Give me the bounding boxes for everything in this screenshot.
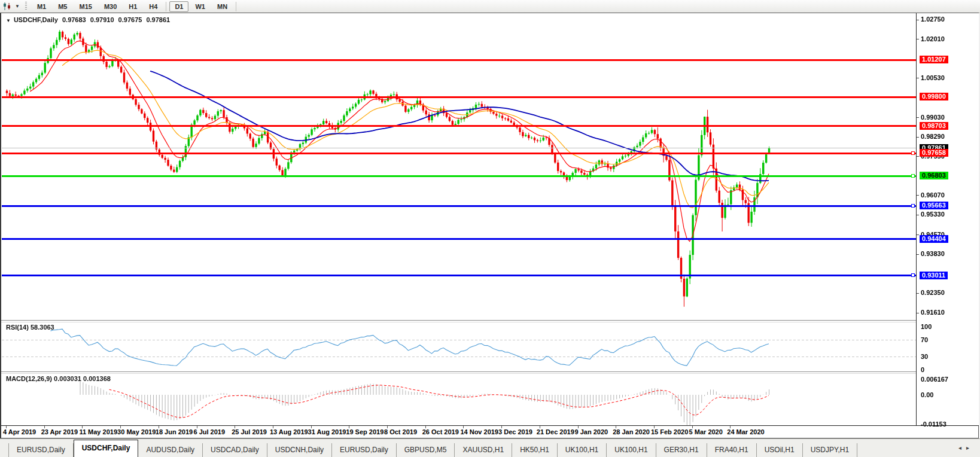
chart-tab-ger30-h1[interactable]: GER30,H1 [656,443,707,457]
price-tick: 1.00530 [917,74,945,81]
price-badge-text: 1.01207 [922,56,946,63]
macd-name: MACD(12,26,9) [6,375,52,382]
level-drag-handle[interactable] [911,204,915,208]
price-tick-text: 0.92350 [921,289,945,296]
price-axis[interactable]: 1.027501.020101.005300.990300.982900.975… [917,13,979,425]
rsi-scale-label: 0 [921,366,924,373]
timeframe-button-w1[interactable]: W1 [190,1,211,12]
price-badge-text: 0.97658 [922,149,946,156]
level-drag-handle[interactable] [911,151,915,155]
chart-tab-usdchf-daily[interactable]: USDCHF,Daily [74,440,139,457]
tick-dash [917,234,919,235]
tab-scroll-arrows[interactable]: ◂▸ [958,444,974,451]
price-tick: 0.91610 [917,309,945,316]
timeframe-button-m5[interactable]: M5 [53,1,72,12]
timeframe-button-m15[interactable]: M15 [74,1,97,12]
price-badge-text: 0.93011 [922,272,945,279]
timeframe-button-d1[interactable]: D1 [169,1,188,12]
chart-tab-usoil-h1[interactable]: USOil,H1 [757,443,803,457]
timeframe-toolbar: ▼ M1 M5 M15 M30 H1 H4 D1 W1 MN [0,0,980,13]
tab-scroll-right-icon[interactable]: ▸ [966,444,974,451]
macd-label: MACD(12,26,9) 0.003031 0.001368 [6,375,111,382]
rsi-scale-label: 70 [921,336,928,343]
date-label: 8 Oct 2019 [384,428,417,435]
date-label: 11 May 2019 [79,428,117,435]
timeframe-button-mn[interactable]: MN [212,1,233,12]
date-label: 13 Aug 2019 [270,428,308,435]
chart-tab-eurusd-daily[interactable]: EURUSD,Daily [332,443,397,457]
date-label: 28 Jan 2020 [613,428,650,435]
date-label: 23 Apr 2019 [41,428,78,435]
rsi-value: 58.3063 [31,324,54,331]
tick-dash [917,39,919,39]
macd-signal-value: 0.001368 [83,375,111,382]
price-badge: 0.99800 [920,93,948,100]
date-label: 6 Jul 2019 [194,428,226,435]
date-label: 30 May 2019 [117,428,156,435]
chart-dropdown-icon[interactable]: ▼ [6,18,11,23]
ohlc-close: 0.97861 [146,16,170,23]
chart-tab-uk100-h1[interactable]: UK100,H1 [558,443,607,457]
price-tick-text: 1.00530 [921,74,945,81]
chart-tab-uk100-h1[interactable]: UK100,H1 [607,443,656,457]
price-tick-text: 0.95330 [921,211,945,218]
rsi-scale-label-text: 70 [921,336,928,343]
tick-dash [917,137,919,138]
price-tick: 1.02010 [917,35,945,42]
ohlc-open: 0.97683 [62,16,86,23]
rsi-indicator-canvas[interactable] [2,322,916,372]
ohlc-high: 0.97910 [90,16,114,23]
chart-title: ▼USDCHF,Daily 0.97683 0.97910 0.97675 0.… [6,16,172,23]
price-tick-text: 0.96070 [921,191,945,199]
pane-separator[interactable] [1,371,916,374]
ohlc-low: 0.97675 [118,16,142,23]
date-label: 24 Mar 2020 [727,428,764,435]
tick-dash [917,313,919,313]
chart-tab-fra40-h1[interactable]: FRA40,H1 [707,443,757,457]
chart-tab-usdcnh-daily[interactable]: USDCNH,Daily [267,443,332,457]
pane-separator[interactable] [1,320,916,322]
timeframe-button-m1[interactable]: M1 [32,1,51,12]
macd-indicator-canvas[interactable] [2,373,916,426]
chart-window: ▼USDCHF,Daily 0.97683 0.97910 0.97675 0.… [0,13,979,438]
price-tick-text: 0.91610 [921,309,945,316]
trading-terminal: ▼ M1 M5 M15 M30 H1 H4 D1 W1 MN ▼USDCHF,D… [0,0,980,457]
tick-dash [917,254,919,255]
level-drag-handle[interactable] [911,273,915,277]
level-drag-handle[interactable] [911,174,915,178]
price-tick: 0.99030 [917,114,945,121]
chart-tab-xauusd-h1[interactable]: XAUUSD,H1 [455,443,512,457]
toolbar-divider [236,2,236,11]
price-tick: 0.93830 [917,250,945,257]
date-label: 21 Dec 2019 [537,428,574,435]
timeframe-button-h1[interactable]: H1 [123,1,142,12]
date-label: 25 Jul 2019 [232,428,267,435]
macd-scale-label: 0.006167 [921,376,948,383]
chart-tab-hk50-h1[interactable]: HK50,H1 [512,443,558,457]
timeframe-button-m30[interactable]: M30 [99,1,122,12]
chart-tab-gbpusd-m5[interactable]: GBPUSD,M5 [397,443,455,457]
tick-dash [917,293,919,294]
price-chart-canvas[interactable] [2,14,916,321]
date-label: 9 Jan 2020 [575,428,608,435]
macd-scale-label-text: 0.00 [921,391,933,398]
price-badge-text: 0.96803 [922,172,946,179]
chart-tab-eurusd-daily[interactable]: EURUSD,Daily [8,443,74,457]
price-tick-text: 1.02750 [921,16,945,23]
tick-dash [917,117,919,118]
chart-tab-bar: EURUSD,DailyUSDCHF,DailyAUDUSD,DailyUSDC… [0,438,980,457]
tick-dash [917,78,919,78]
toolbar-divider [166,2,166,11]
candlestick-chart-icon[interactable] [2,2,12,11]
chart-type-dropdown-caret[interactable]: ▼ [15,4,20,9]
time-axis[interactable]: 4 Apr 201923 Apr 201911 May 201930 May 2… [1,426,916,437]
timeframe-button-h4[interactable]: H4 [144,1,163,12]
rsi-scale-label: 30 [921,353,928,360]
tab-scroll-left-icon[interactable]: ◂ [958,444,966,451]
price-tick-text: 0.99030 [921,114,945,121]
chart-tab-usdcad-daily[interactable]: USDCAD,Daily [203,443,267,457]
chart-tab-usdjpy-h1[interactable]: USDJPY,H1 [803,443,857,457]
date-label: 3 Dec 2019 [498,428,532,435]
chart-tab-audusd-daily[interactable]: AUDUSD,Daily [138,443,203,457]
price-tick: 0.92350 [917,289,945,296]
